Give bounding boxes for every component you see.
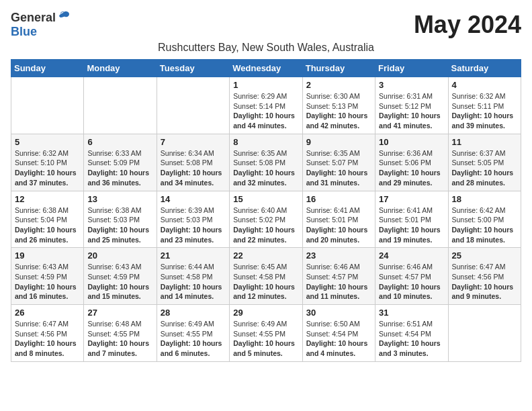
column-header-friday: Friday (375, 60, 448, 77)
month-year-title: May 2024 (414, 11, 521, 39)
cell-content: Sunrise: 6:47 AMSunset: 4:56 PMDaylight:… (452, 262, 517, 302)
calendar-cell: 16Sunrise: 6:41 AMSunset: 5:01 PMDayligh… (302, 191, 375, 248)
calendar-cell: 19Sunrise: 6:43 AMSunset: 4:59 PMDayligh… (11, 248, 84, 305)
cell-content: Sunrise: 6:49 AMSunset: 4:55 PMDaylight:… (233, 319, 298, 359)
cell-content: Sunrise: 6:48 AMSunset: 4:55 PMDaylight:… (87, 319, 152, 359)
calendar-cell: 2Sunrise: 6:30 AMSunset: 5:13 PMDaylight… (302, 77, 375, 134)
calendar-cell (84, 77, 157, 134)
day-number: 14 (161, 194, 226, 204)
calendar-cell: 26Sunrise: 6:47 AMSunset: 4:56 PMDayligh… (11, 305, 84, 362)
day-number: 24 (379, 250, 444, 261)
cell-content: Sunrise: 6:29 AMSunset: 5:14 PMDaylight:… (233, 91, 298, 131)
cell-content: Sunrise: 6:33 AMSunset: 5:09 PMDaylight:… (87, 148, 152, 188)
cell-content: Sunrise: 6:40 AMSunset: 5:02 PMDaylight:… (233, 205, 298, 245)
logo-general-text: General (11, 11, 56, 25)
day-number: 25 (452, 250, 517, 261)
calendar-cell: 31Sunrise: 6:51 AMSunset: 4:54 PMDayligh… (375, 305, 448, 362)
page-header: General Blue May 2024 (11, 11, 521, 39)
day-number: 21 (161, 250, 226, 261)
day-number: 18 (452, 194, 517, 204)
day-number: 4 (452, 80, 517, 90)
cell-content: Sunrise: 6:41 AMSunset: 5:01 PMDaylight:… (306, 205, 371, 245)
cell-content: Sunrise: 6:45 AMSunset: 4:58 PMDaylight:… (233, 262, 298, 302)
cell-content: Sunrise: 6:46 AMSunset: 4:57 PMDaylight:… (306, 262, 371, 302)
calendar-cell: 18Sunrise: 6:42 AMSunset: 5:00 PMDayligh… (448, 191, 521, 248)
day-number: 1 (233, 80, 298, 90)
day-number: 30 (306, 308, 371, 318)
calendar-cell: 29Sunrise: 6:49 AMSunset: 4:55 PMDayligh… (230, 305, 302, 362)
cell-content: Sunrise: 6:35 AMSunset: 5:08 PMDaylight:… (233, 148, 298, 188)
column-header-thursday: Thursday (302, 60, 375, 77)
calendar-cell: 8Sunrise: 6:35 AMSunset: 5:08 PMDaylight… (230, 134, 302, 191)
calendar-cell: 30Sunrise: 6:50 AMSunset: 4:54 PMDayligh… (302, 305, 375, 362)
day-number: 2 (306, 80, 371, 90)
cell-content: Sunrise: 6:39 AMSunset: 5:03 PMDaylight:… (161, 205, 226, 245)
calendar-week-row: 1Sunrise: 6:29 AMSunset: 5:14 PMDaylight… (11, 77, 521, 134)
calendar-week-row: 19Sunrise: 6:43 AMSunset: 4:59 PMDayligh… (11, 248, 521, 305)
day-number: 26 (15, 308, 80, 318)
calendar-cell: 1Sunrise: 6:29 AMSunset: 5:14 PMDaylight… (230, 77, 302, 134)
calendar-cell: 13Sunrise: 6:38 AMSunset: 5:03 PMDayligh… (84, 191, 157, 248)
column-header-saturday: Saturday (448, 60, 521, 77)
logo-bird-icon (57, 11, 71, 23)
day-number: 5 (15, 137, 80, 147)
day-number: 16 (306, 194, 371, 204)
calendar-week-row: 26Sunrise: 6:47 AMSunset: 4:56 PMDayligh… (11, 305, 521, 362)
calendar-cell: 23Sunrise: 6:46 AMSunset: 4:57 PMDayligh… (302, 248, 375, 305)
location-subtitle: Rushcutters Bay, New South Wales, Austra… (11, 42, 521, 54)
day-number: 19 (15, 250, 80, 261)
calendar-table: SundayMondayTuesdayWednesdayThursdayFrid… (11, 59, 521, 362)
calendar-cell (448, 305, 521, 362)
cell-content: Sunrise: 6:37 AMSunset: 5:05 PMDaylight:… (452, 148, 517, 188)
calendar-cell: 17Sunrise: 6:41 AMSunset: 5:01 PMDayligh… (375, 191, 448, 248)
day-number: 22 (233, 250, 298, 261)
day-number: 17 (379, 194, 444, 204)
calendar-cell: 24Sunrise: 6:46 AMSunset: 4:57 PMDayligh… (375, 248, 448, 305)
cell-content: Sunrise: 6:41 AMSunset: 5:01 PMDaylight:… (379, 205, 444, 245)
calendar-cell: 10Sunrise: 6:36 AMSunset: 5:06 PMDayligh… (375, 134, 448, 191)
calendar-cell (11, 77, 84, 134)
calendar-cell: 15Sunrise: 6:40 AMSunset: 5:02 PMDayligh… (230, 191, 302, 248)
cell-content: Sunrise: 6:38 AMSunset: 5:03 PMDaylight:… (87, 205, 152, 245)
day-number: 10 (379, 137, 444, 147)
calendar-cell: 5Sunrise: 6:32 AMSunset: 5:10 PMDaylight… (11, 134, 84, 191)
cell-content: Sunrise: 6:36 AMSunset: 5:06 PMDaylight:… (379, 148, 444, 188)
cell-content: Sunrise: 6:51 AMSunset: 4:54 PMDaylight:… (379, 319, 444, 359)
cell-content: Sunrise: 6:46 AMSunset: 4:57 PMDaylight:… (379, 262, 444, 302)
cell-content: Sunrise: 6:42 AMSunset: 5:00 PMDaylight:… (452, 205, 517, 245)
calendar-cell: 11Sunrise: 6:37 AMSunset: 5:05 PMDayligh… (448, 134, 521, 191)
calendar-cell: 14Sunrise: 6:39 AMSunset: 5:03 PMDayligh… (157, 191, 229, 248)
day-number: 15 (233, 194, 298, 204)
cell-content: Sunrise: 6:44 AMSunset: 4:58 PMDaylight:… (161, 262, 226, 302)
cell-content: Sunrise: 6:43 AMSunset: 4:59 PMDaylight:… (87, 262, 152, 302)
day-number: 20 (87, 250, 152, 261)
calendar-cell: 28Sunrise: 6:49 AMSunset: 4:55 PMDayligh… (157, 305, 229, 362)
calendar-cell: 21Sunrise: 6:44 AMSunset: 4:58 PMDayligh… (157, 248, 229, 305)
day-number: 13 (87, 194, 152, 204)
cell-content: Sunrise: 6:49 AMSunset: 4:55 PMDaylight:… (161, 319, 226, 359)
cell-content: Sunrise: 6:32 AMSunset: 5:10 PMDaylight:… (15, 148, 80, 188)
cell-content: Sunrise: 6:31 AMSunset: 5:12 PMDaylight:… (379, 91, 444, 131)
day-number: 3 (379, 80, 444, 90)
day-number: 7 (161, 137, 226, 147)
cell-content: Sunrise: 6:38 AMSunset: 5:04 PMDaylight:… (15, 205, 80, 245)
day-number: 11 (452, 137, 517, 147)
day-number: 31 (379, 308, 444, 318)
calendar-cell: 7Sunrise: 6:34 AMSunset: 5:08 PMDaylight… (157, 134, 229, 191)
column-header-tuesday: Tuesday (157, 60, 229, 77)
days-header-row: SundayMondayTuesdayWednesdayThursdayFrid… (11, 60, 521, 77)
day-number: 6 (87, 137, 152, 147)
calendar-cell: 12Sunrise: 6:38 AMSunset: 5:04 PMDayligh… (11, 191, 84, 248)
column-header-monday: Monday (84, 60, 157, 77)
day-number: 23 (306, 250, 371, 261)
day-number: 29 (233, 308, 298, 318)
logo: General Blue (11, 11, 71, 39)
calendar-cell: 20Sunrise: 6:43 AMSunset: 4:59 PMDayligh… (84, 248, 157, 305)
calendar-cell: 25Sunrise: 6:47 AMSunset: 4:56 PMDayligh… (448, 248, 521, 305)
cell-content: Sunrise: 6:50 AMSunset: 4:54 PMDaylight:… (306, 319, 371, 359)
calendar-week-row: 5Sunrise: 6:32 AMSunset: 5:10 PMDaylight… (11, 134, 521, 191)
cell-content: Sunrise: 6:34 AMSunset: 5:08 PMDaylight:… (161, 148, 226, 188)
column-header-sunday: Sunday (11, 60, 84, 77)
calendar-cell: 4Sunrise: 6:32 AMSunset: 5:11 PMDaylight… (448, 77, 521, 134)
calendar-cell: 9Sunrise: 6:35 AMSunset: 5:07 PMDaylight… (302, 134, 375, 191)
